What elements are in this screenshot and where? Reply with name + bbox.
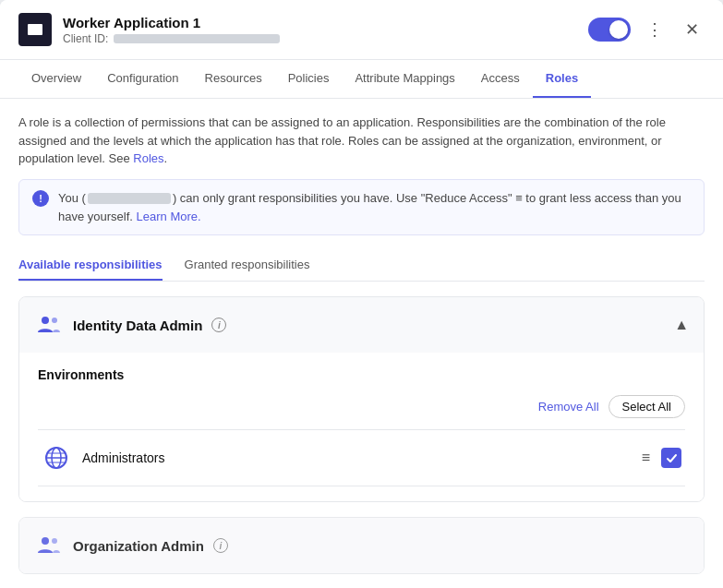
header-actions: ⋮ ✕ — [588, 17, 705, 42]
roles-link[interactable]: Roles — [133, 151, 163, 165]
sub-tab-available[interactable]: Available responsibilities — [18, 250, 163, 281]
people-icon-2 — [34, 531, 64, 560]
select-all-button[interactable]: Select All — [609, 395, 685, 418]
role-info-icon[interactable]: i — [211, 318, 226, 332]
reduce-access-filter-icon[interactable]: ≡ — [642, 450, 650, 466]
content-area: A role is a collection of permissions th… — [0, 99, 723, 588]
environments-section-title: Environments — [38, 367, 685, 382]
sub-tab-granted[interactable]: Granted responsibilities — [185, 250, 310, 281]
app-title-block: Worker Application 1 Client ID: — [63, 15, 588, 45]
nav-tabs: Overview Configuration Resources Policie… — [0, 60, 723, 99]
remove-all-button[interactable]: Remove All — [538, 400, 599, 414]
description-text: A role is a collection of permissions th… — [18, 114, 705, 168]
env-actions: Remove All Select All — [38, 395, 685, 418]
env-row-administrators: Administrators ≡ — [38, 430, 685, 486]
client-id-value — [114, 34, 280, 43]
client-id-row: Client ID: — [63, 32, 588, 45]
close-button[interactable]: ✕ — [679, 17, 705, 42]
info-icon: ! — [32, 190, 49, 207]
tab-policies[interactable]: Policies — [275, 60, 343, 98]
role-section-identity-data-admin: Identity Data Admin i ▲ Environments Rem… — [18, 296, 705, 502]
tab-roles[interactable]: Roles — [533, 60, 591, 98]
info-banner: ! You () can only grant responsibilities… — [18, 179, 705, 236]
app-icon-inner — [28, 24, 42, 35]
svg-point-0 — [42, 317, 49, 324]
more-menu-button[interactable]: ⋮ — [642, 17, 668, 42]
toggle-knob — [609, 20, 628, 39]
role-section2-header[interactable]: Organization Admin i — [19, 518, 704, 573]
role-title: Identity Data Admin — [73, 318, 202, 333]
env-row-left: Administrators — [42, 443, 164, 473]
app-title: Worker Application 1 — [63, 15, 588, 30]
client-id-label: Client ID: — [63, 32, 108, 45]
role-section-header[interactable]: Identity Data Admin i ▲ — [19, 297, 704, 353]
role-header-left: Identity Data Admin i — [34, 310, 226, 340]
app-toggle[interactable] — [588, 18, 631, 42]
environments-panel: Environments Remove All Select All — [19, 353, 704, 501]
people-icon — [34, 310, 64, 340]
more-icon: ⋮ — [646, 19, 663, 40]
chevron-up-icon: ▲ — [674, 317, 689, 333]
reduce-access-icon: ≡ — [515, 189, 523, 208]
role-info-icon-2[interactable]: i — [213, 538, 228, 553]
tab-resources[interactable]: Resources — [192, 60, 275, 98]
env-name: Administrators — [82, 450, 164, 465]
redacted-username — [88, 193, 171, 204]
info-text: You () can only grant responsibilities y… — [58, 189, 691, 226]
sub-tabs: Available responsibilities Granted respo… — [18, 250, 705, 282]
role-section-org-admin: Organization Admin i — [18, 517, 705, 574]
close-icon: ✕ — [685, 19, 699, 40]
tab-attribute-mappings[interactable]: Attribute Mappings — [342, 60, 467, 98]
globe-icon — [42, 443, 71, 473]
application-window: Worker Application 1 Client ID: ⋮ ✕ Over… — [0, 0, 723, 588]
svg-point-8 — [52, 538, 57, 544]
env-row-right: ≡ — [642, 448, 681, 468]
app-icon — [18, 13, 52, 46]
role-title-2: Organization Admin — [73, 538, 204, 554]
tab-access[interactable]: Access — [468, 60, 533, 98]
svg-point-1 — [52, 318, 57, 323]
env-checkbox[interactable] — [661, 448, 681, 468]
header: Worker Application 1 Client ID: ⋮ ✕ — [0, 0, 723, 60]
tab-configuration[interactable]: Configuration — [94, 60, 191, 98]
learn-more-link[interactable]: Learn More. — [137, 210, 201, 223]
svg-point-7 — [42, 537, 49, 545]
tab-overview[interactable]: Overview — [18, 60, 94, 98]
